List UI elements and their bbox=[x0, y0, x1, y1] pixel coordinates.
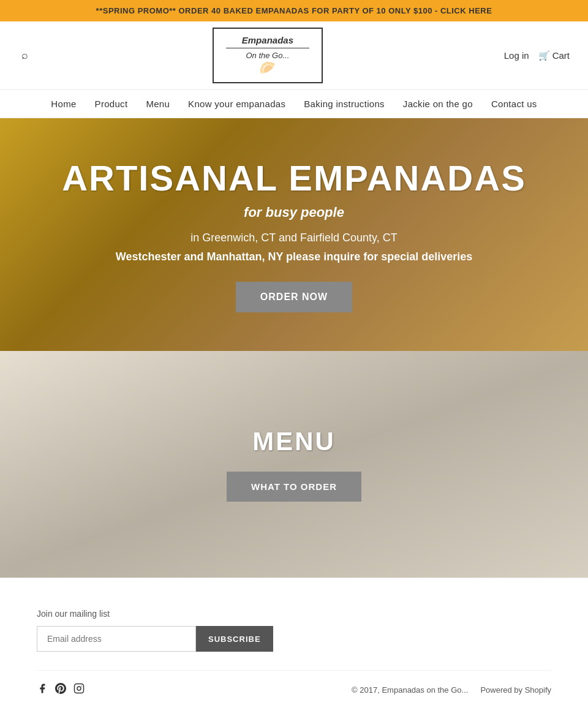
hero-tagline: for busy people bbox=[62, 205, 526, 220]
header-right: Log in 🛒 Cart bbox=[504, 50, 570, 61]
hero-location: in Greenwich, CT and Fairfield County, C… bbox=[62, 232, 526, 244]
footer-credits: © 2017, Empanadas on the Go... Powered b… bbox=[352, 685, 551, 695]
menu-content: MENU WHAT TO ORDER bbox=[227, 427, 361, 502]
logo-divider bbox=[226, 48, 309, 48]
nav-jackie-on-the-go[interactable]: Jackie on the go bbox=[403, 99, 473, 109]
what-to-order-button[interactable]: WHAT TO ORDER bbox=[227, 472, 361, 502]
footer-bottom: © 2017, Empanadas on the Go... Powered b… bbox=[37, 670, 551, 697]
site-footer: Join our mailing list SUBSCRIBE bbox=[0, 578, 588, 715]
mailing-form: SUBSCRIBE bbox=[37, 626, 551, 652]
main-nav: Home Product Menu Know your empanadas Ba… bbox=[0, 90, 588, 118]
site-logo[interactable]: Empanadas On the Go... 🥟 bbox=[213, 28, 323, 83]
logo-line2: On the Go... bbox=[226, 51, 309, 60]
announcement-bar[interactable]: **SPRING PROMO** ORDER 40 BAKED EMPANADA… bbox=[0, 0, 588, 21]
cart-label: Cart bbox=[552, 50, 570, 61]
nav-baking-instructions[interactable]: Baking instructions bbox=[304, 99, 385, 109]
cart-button[interactable]: 🛒 Cart bbox=[538, 50, 570, 61]
menu-title: MENU bbox=[227, 427, 361, 456]
mailing-section: Join our mailing list SUBSCRIBE bbox=[37, 609, 551, 652]
nav-home[interactable]: Home bbox=[51, 99, 76, 109]
copyright-text: © 2017, Empanadas on the Go... bbox=[352, 685, 468, 695]
cart-icon: 🛒 bbox=[538, 50, 550, 61]
hero-westchester: Westchester and Manhattan, NY please inq… bbox=[62, 251, 526, 263]
hero-section: ARTISANAL EMPANADAS for busy people in G… bbox=[0, 118, 588, 351]
email-input[interactable] bbox=[37, 626, 196, 652]
powered-by-shopify[interactable]: Powered by Shopify bbox=[480, 685, 551, 695]
nav-know-empanadas[interactable]: Know your empanadas bbox=[188, 99, 285, 109]
svg-point-1 bbox=[77, 687, 81, 690]
subscribe-button[interactable]: SUBSCRIBE bbox=[196, 626, 273, 652]
hero-content: ARTISANAL EMPANADAS for busy people in G… bbox=[62, 157, 526, 312]
order-now-button[interactable]: ORDER NOW bbox=[236, 282, 352, 312]
logo-line1: Empanadas bbox=[226, 35, 309, 45]
hero-headline: ARTISANAL EMPANADAS bbox=[62, 157, 526, 198]
nav-menu[interactable]: Menu bbox=[146, 99, 170, 109]
search-button[interactable]: ⌕ bbox=[18, 46, 31, 65]
login-label: Log in bbox=[504, 50, 529, 61]
svg-point-2 bbox=[81, 685, 82, 687]
instagram-icon[interactable] bbox=[74, 683, 85, 697]
login-button[interactable]: Log in bbox=[504, 50, 529, 61]
nav-product[interactable]: Product bbox=[95, 99, 128, 109]
nav-contact-us[interactable]: Contact us bbox=[491, 99, 537, 109]
svg-rect-0 bbox=[75, 684, 84, 693]
logo-icon: 🥟 bbox=[226, 60, 309, 76]
facebook-icon[interactable] bbox=[37, 683, 48, 697]
site-header: ⌕ Empanadas On the Go... 🥟 Log in 🛒 Cart bbox=[0, 21, 588, 90]
mailing-label: Join our mailing list bbox=[37, 609, 551, 619]
social-icons bbox=[37, 683, 85, 697]
menu-section: MENU WHAT TO ORDER bbox=[0, 351, 588, 578]
announcement-text: **SPRING PROMO** ORDER 40 BAKED EMPANADA… bbox=[96, 6, 492, 15]
search-icon: ⌕ bbox=[21, 49, 28, 61]
logo-container: Empanadas On the Go... 🥟 bbox=[31, 28, 504, 83]
header-left: ⌕ bbox=[18, 46, 31, 65]
pinterest-icon[interactable] bbox=[55, 683, 66, 697]
